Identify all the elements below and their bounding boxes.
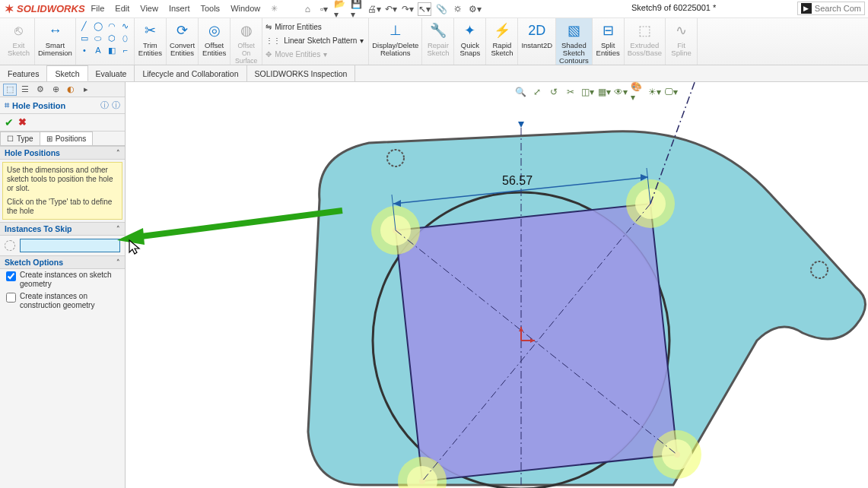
linear-pattern-button[interactable]: ⋮⋮Linear Sketch Pattern▾	[265, 34, 365, 46]
instant-icon: 2D	[527, 21, 547, 40]
option-construction-geometry[interactable]: Create instances on construction geometr…	[0, 290, 125, 312]
ok-button[interactable]: ✔	[5, 116, 14, 128]
new-icon[interactable]: ▫▾	[317, 2, 331, 16]
fit-spline-button[interactable]: ∿Fit Spline	[666, 18, 698, 65]
pm-title: Hole Position	[12, 101, 65, 110]
section-sketch-options[interactable]: Sketch Options˄	[0, 255, 125, 269]
snap-icon: ✦	[460, 21, 480, 40]
instances-skip-input[interactable]	[20, 239, 120, 252]
quick-snaps-button[interactable]: ✦Quick Snaps	[454, 18, 486, 65]
rebuild-icon[interactable]: ⛭	[451, 2, 465, 16]
split-entities-button[interactable]: ⊟Split Entities	[593, 18, 625, 65]
extruded-boss-button[interactable]: ⬚Extruded Boss/Base	[625, 18, 666, 65]
line-icon[interactable]: ╱	[79, 21, 90, 31]
cancel-button[interactable]: ✖	[18, 116, 27, 128]
exit-sketch-button[interactable]: ⎋Exit Sketch	[3, 18, 35, 65]
checkbox-sketch-geometry[interactable]	[6, 271, 16, 281]
arc-icon[interactable]: ◠	[107, 21, 117, 31]
ellipse-icon[interactable]: ⬯	[120, 33, 131, 43]
tab-evaluate[interactable]: Evaluate	[88, 65, 135, 81]
menu-file[interactable]: File	[91, 4, 105, 14]
text-icon[interactable]: A	[93, 45, 103, 55]
ok-cancel-row: ✔ ✖	[0, 114, 125, 132]
section-instances-skip[interactable]: Instances To Skip˄	[0, 222, 125, 236]
hint-box: Use the dimensions and other sketch tool…	[2, 162, 122, 220]
convert-icon: ⟳	[173, 21, 192, 40]
menu-tools[interactable]: Tools	[200, 4, 220, 14]
move-entities-button[interactable]: ✥Move Entities▾	[265, 48, 365, 60]
more-tabs-icon[interactable]: ▸	[79, 84, 93, 96]
chevron-up-icon: ˄	[116, 149, 120, 157]
menu-insert[interactable]: Insert	[169, 4, 190, 14]
polygon-icon[interactable]: ⬡	[107, 33, 117, 43]
rapid-sketch-button[interactable]: ⚡Rapid Sketch	[486, 18, 518, 65]
graphics-area[interactable]: 🔍 ⤢ ↺ ✂ ◫▾ ▦▾ 👁▾ 🎨▾ ☀▾ 🖵▾	[126, 82, 868, 488]
convert-button[interactable]: ⟳Convert Entities	[167, 18, 199, 65]
extrude-icon: ⬚	[634, 21, 654, 40]
search-run-icon[interactable]: ▶	[801, 3, 812, 14]
print-icon[interactable]: 🖨▾	[367, 2, 381, 16]
redo-icon[interactable]: ↷▾	[401, 2, 415, 16]
app-logo: ✶ SOLIDWORKS	[5, 2, 85, 16]
offset-surface-button[interactable]: ◍Offset On Surface	[231, 18, 262, 65]
smart-dimension-button[interactable]: ↔Smart Dimension	[35, 18, 76, 65]
dimxpert-tab[interactable]: ⊕	[49, 84, 62, 96]
split-icon: ⊟	[598, 21, 618, 40]
checkbox-construction-geometry[interactable]	[6, 293, 16, 303]
document-title: Sketch9 of 60225001 *	[631, 3, 716, 12]
section-hole-positions[interactable]: Hole Positions˄	[0, 146, 125, 160]
config-manager-tab[interactable]: ⚙	[33, 84, 47, 96]
tab-features[interactable]: Features	[0, 65, 47, 81]
trim-button[interactable]: ✂Trim Entities	[135, 18, 167, 65]
tab-lifecycle[interactable]: Lifecycle and Collaboration	[135, 65, 246, 81]
attach-icon[interactable]: 📎	[434, 2, 448, 16]
positions-icon: ⊞	[46, 135, 52, 143]
select-icon[interactable]: ↖▾	[418, 2, 431, 16]
feature-manager-tab[interactable]: ⬚	[3, 84, 17, 96]
menu-expand-icon[interactable]: ✳	[271, 4, 278, 14]
menu-window[interactable]: Window	[231, 4, 260, 14]
move-icon: ✥	[265, 50, 272, 59]
help-icon[interactable]: ⓘ	[100, 100, 109, 111]
rectangle-icon[interactable]: ▭	[79, 33, 90, 43]
subtab-type[interactable]: ☐Type	[0, 132, 40, 145]
mirror-icon: ⇋	[265, 23, 272, 31]
repair-icon: 🔧	[428, 21, 448, 40]
search-placeholder: Search Com	[815, 4, 861, 13]
shaded-icon: ▧	[564, 21, 583, 40]
open-icon[interactable]: 📂▾	[334, 2, 348, 16]
property-manager-tab[interactable]: ☰	[18, 84, 32, 96]
circle-icon[interactable]: ◯	[93, 21, 103, 31]
option-sketch-geometry[interactable]: Create instances on sketch geometry	[0, 269, 125, 290]
tab-sketch[interactable]: Sketch	[47, 65, 87, 81]
point-icon[interactable]: •	[79, 45, 90, 55]
display-relations-button[interactable]: ⊥Display/Delete Relations	[369, 18, 422, 65]
offset-surface-icon: ◍	[237, 21, 256, 40]
command-manager-tabs: Features Sketch Evaluate Lifecycle and C…	[0, 65, 868, 82]
options-icon[interactable]: ⚙▾	[468, 2, 482, 16]
display-manager-tab[interactable]: ◐	[64, 84, 78, 96]
shaded-contours-button[interactable]: ▧Shaded Sketch Contours	[556, 18, 593, 65]
plane-icon[interactable]: ◧	[107, 45, 117, 55]
mirror-entities-button[interactable]: ⇋Mirror Entities	[265, 21, 365, 33]
fillet-icon[interactable]: ⌐	[120, 45, 131, 55]
repair-sketch-button[interactable]: 🔧Repair Sketch	[422, 18, 454, 65]
ribbon: ⎋Exit Sketch ↔Smart Dimension ╱ ◯ ◠ ∿ ▭ …	[0, 18, 868, 65]
offset-button[interactable]: ◎Offset Entities	[199, 18, 231, 65]
save-icon[interactable]: 💾▾	[351, 2, 364, 16]
tab-inspection[interactable]: SOLIDWORKS Inspection	[247, 65, 356, 81]
instant2d-button[interactable]: 2DInstant2D	[518, 18, 556, 65]
undo-icon[interactable]: ↶▾	[384, 2, 398, 16]
slot-icon[interactable]: ⬭	[93, 33, 103, 43]
subtab-positions[interactable]: ⊞Positions	[40, 132, 94, 145]
pin-icon[interactable]: ⓘ	[112, 100, 120, 111]
search-box[interactable]: ▶ Search Com	[797, 2, 865, 15]
home-icon[interactable]: ⌂	[300, 2, 314, 16]
dimension-value: 56.57	[502, 174, 533, 187]
logo-mark-icon: ✶	[5, 2, 14, 16]
menu-edit[interactable]: Edit	[115, 4, 129, 14]
menu-view[interactable]: View	[140, 4, 158, 14]
title-bar: ✶ SOLIDWORKS File Edit View Insert Tools…	[0, 0, 868, 18]
spline-icon[interactable]: ∿	[120, 21, 131, 31]
property-manager: ⬚ ☰ ⚙ ⊕ ◐ ▸ ⌗Hole Position ⓘⓘ ✔ ✖ ☐Type …	[0, 82, 126, 488]
